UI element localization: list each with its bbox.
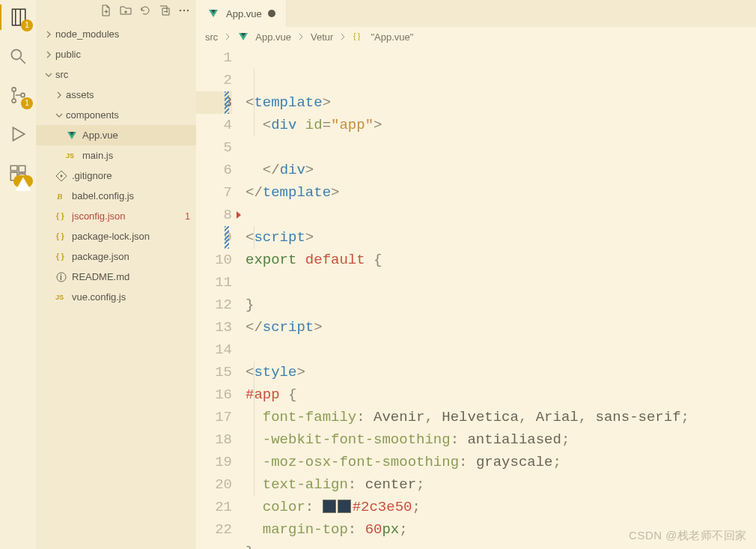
breadcrumb-separator bbox=[297, 31, 305, 43]
tab-label: App.vue bbox=[226, 8, 262, 19]
explorer-toolbar bbox=[36, 0, 196, 21]
tree-label: src bbox=[55, 69, 190, 80]
tree-file-readme-md[interactable]: iREADME.md bbox=[36, 267, 196, 287]
code-line[interactable]: color: #2c3e50; bbox=[246, 496, 756, 518]
code-line[interactable]: margin-top: 60px; bbox=[246, 518, 756, 541]
code-line[interactable]: -webkit-font-smoothing: antialiased; bbox=[246, 428, 756, 451]
color-swatch[interactable] bbox=[323, 500, 336, 513]
line-number: 13 bbox=[196, 316, 232, 339]
breadcrumb-item[interactable]: src bbox=[205, 31, 218, 43]
vue-file-icon bbox=[66, 130, 78, 142]
new-file-icon[interactable] bbox=[100, 4, 112, 16]
js-file-icon: JS bbox=[55, 291, 67, 303]
tree-file-package-json[interactable]: { }package.json bbox=[36, 246, 196, 267]
line-number: 2 bbox=[196, 69, 232, 91]
chevron-right-icon[interactable] bbox=[43, 29, 54, 40]
code[interactable]: <template> <div id="app"> </div></templa… bbox=[246, 46, 756, 549]
color-swatch[interactable] bbox=[338, 500, 351, 513]
tree-file-app-vue[interactable]: App.vue bbox=[36, 125, 196, 145]
code-line[interactable]: } bbox=[246, 541, 756, 549]
code-line[interactable]: </script> bbox=[246, 316, 756, 339]
tree-file-jsconfig-json[interactable]: { }jsconfig.json1 bbox=[36, 206, 196, 226]
tree-file-package-lock-json[interactable]: { }package-lock.json bbox=[36, 226, 196, 246]
tree-file-vue-config-js[interactable]: JSvue.config.js bbox=[36, 287, 196, 307]
tree-folder-components[interactable]: components bbox=[36, 105, 196, 125]
chevron-right-icon[interactable] bbox=[54, 90, 64, 100]
line-number: 21 bbox=[196, 496, 232, 518]
code-line[interactable]: </div> bbox=[246, 159, 756, 181]
tree-folder-public[interactable]: public bbox=[36, 44, 196, 64]
activity-run-debug[interactable] bbox=[0, 121, 36, 147]
collapse-all-icon[interactable] bbox=[159, 4, 171, 16]
chevron-down-icon[interactable] bbox=[43, 70, 54, 80]
code-line[interactable]: </template> bbox=[246, 181, 756, 204]
tree-file--gitignore[interactable]: .gitignore bbox=[36, 166, 196, 186]
code-line[interactable] bbox=[246, 204, 756, 226]
chevron-none-icon bbox=[43, 292, 54, 303]
babel-file-icon: B bbox=[55, 190, 67, 202]
svg-point-0 bbox=[11, 49, 21, 59]
breadcrumb-item[interactable]: Vetur bbox=[311, 31, 333, 43]
chevron-right-icon[interactable] bbox=[43, 49, 54, 60]
tree-folder-node-modules[interactable]: node_modules bbox=[36, 24, 196, 44]
tab-dirty-icon[interactable] bbox=[268, 10, 275, 17]
code-line[interactable]: #app { bbox=[246, 383, 756, 406]
tree-file-main-js[interactable]: JSmain.js bbox=[36, 145, 196, 166]
svg-text:{ }: { } bbox=[56, 252, 64, 261]
code-line[interactable]: <style> bbox=[246, 361, 756, 383]
activity-search[interactable] bbox=[0, 43, 36, 69]
line-number: 16 bbox=[196, 383, 232, 406]
activity-extensions[interactable] bbox=[0, 160, 36, 186]
svg-point-2 bbox=[12, 99, 16, 103]
line-number: 15 bbox=[196, 361, 232, 383]
code-line[interactable] bbox=[246, 271, 756, 294]
indent-guide bbox=[254, 69, 254, 136]
indent-guide bbox=[254, 361, 254, 496]
json-file-icon: { } bbox=[55, 251, 67, 263]
svg-point-8 bbox=[61, 175, 63, 177]
tab-app-vue[interactable]: App.vue bbox=[196, 0, 287, 27]
code-line[interactable] bbox=[246, 339, 756, 361]
svg-text:{ }: { } bbox=[56, 232, 64, 240]
more-icon[interactable] bbox=[178, 4, 190, 16]
refresh-icon[interactable] bbox=[139, 4, 151, 16]
new-folder-icon[interactable] bbox=[120, 4, 132, 16]
problem-count: 1 bbox=[182, 211, 190, 222]
tree-label: package-lock.json bbox=[72, 231, 190, 242]
svg-point-1 bbox=[12, 88, 16, 91]
modified-gutter-icon bbox=[225, 91, 229, 114]
code-line[interactable]: <div id="app"> bbox=[246, 114, 756, 136]
tree-folder-assets[interactable]: assets bbox=[36, 85, 196, 105]
breakpoint-icon[interactable] bbox=[237, 211, 241, 219]
chevron-none-icon bbox=[54, 151, 64, 161]
editor-group: App.vue srcApp.vueVetur{ }"App.vue" 1234… bbox=[196, 0, 756, 549]
code-line[interactable]: export default { bbox=[246, 249, 756, 271]
activity-explorer[interactable]: 1 bbox=[0, 4, 36, 30]
tree-label: node_modules bbox=[55, 28, 190, 40]
code-line[interactable]: text-align: center; bbox=[246, 473, 756, 496]
breadcrumb-item[interactable]: App.vue bbox=[255, 31, 291, 43]
braces-icon: { } bbox=[353, 31, 365, 43]
code-line[interactable]: <script> bbox=[246, 226, 756, 249]
line-number: 12 bbox=[196, 294, 232, 316]
activity-source-control[interactable]: 1 bbox=[0, 82, 36, 108]
code-line[interactable]: } bbox=[246, 294, 756, 316]
breadcrumbs[interactable]: srcApp.vueVetur{ }"App.vue" bbox=[196, 27, 756, 46]
chevron-none-icon bbox=[43, 171, 54, 181]
line-number: 10 bbox=[196, 249, 232, 271]
breadcrumb-item[interactable]: "App.vue" bbox=[371, 31, 413, 43]
tree-folder-src[interactable]: src bbox=[36, 64, 196, 85]
line-number: 5 bbox=[196, 136, 232, 159]
chevron-down-icon[interactable] bbox=[54, 110, 64, 121]
code-line[interactable]: font-family: Avenir, Helvetica, Arial, s… bbox=[246, 406, 756, 428]
code-line[interactable]: <template> bbox=[246, 91, 756, 114]
code-area[interactable]: 12345678910111213141516171819202122 <tem… bbox=[196, 46, 756, 549]
code-line[interactable] bbox=[246, 136, 756, 159]
line-number: 19 bbox=[196, 451, 232, 473]
tree-file-babel-config-js[interactable]: Bbabel.config.js bbox=[36, 186, 196, 206]
chevron-none-icon bbox=[43, 191, 54, 201]
code-line[interactable]: -moz-osx-font-smoothing: grayscale; bbox=[246, 451, 756, 473]
tree-label: jsconfig.json bbox=[72, 210, 182, 222]
explorer-sidebar: node_modulespublicsrcassetscomponentsApp… bbox=[36, 0, 196, 549]
line-number: 18 bbox=[196, 428, 232, 451]
